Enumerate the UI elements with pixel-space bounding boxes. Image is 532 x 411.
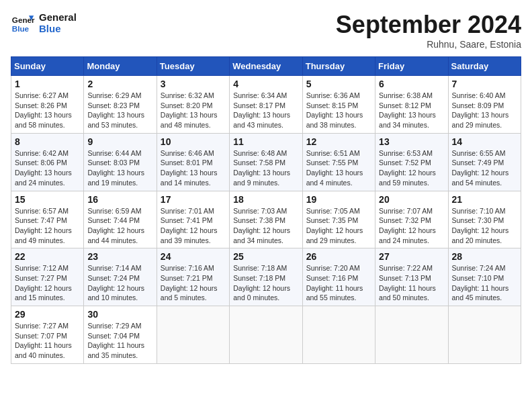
logo-icon: General Blue <box>11 11 35 35</box>
calendar-day-13: 13Sunrise: 6:53 AMSunset: 7:52 PMDayligh… <box>375 133 448 191</box>
calendar-day-2: 2Sunrise: 6:29 AMSunset: 8:23 PMDaylight… <box>84 76 157 134</box>
svg-text:Blue: Blue <box>12 24 30 33</box>
calendar-week-5: 29Sunrise: 7:27 AMSunset: 7:07 PMDayligh… <box>11 306 521 364</box>
calendar-day-17: 17Sunrise: 7:01 AMSunset: 7:41 PMDayligh… <box>157 191 229 248</box>
calendar-week-2: 8Sunrise: 6:42 AMSunset: 8:06 PMDaylight… <box>11 133 521 191</box>
month-title: September 2024 <box>336 11 521 39</box>
calendar-empty <box>157 306 229 364</box>
calendar-week-4: 22Sunrise: 7:12 AMSunset: 7:27 PMDayligh… <box>11 248 521 306</box>
calendar-empty <box>230 306 302 364</box>
header-tuesday: Tuesday <box>157 57 229 76</box>
calendar-day-24: 24Sunrise: 7:16 AMSunset: 7:21 PMDayligh… <box>157 248 229 306</box>
calendar-day-3: 3Sunrise: 6:32 AMSunset: 8:20 PMDaylight… <box>157 76 229 134</box>
calendar-day-19: 19Sunrise: 7:05 AMSunset: 7:35 PMDayligh… <box>302 191 375 248</box>
calendar-day-7: 7Sunrise: 6:40 AMSunset: 8:09 PMDaylight… <box>448 76 521 134</box>
logo-text: GeneralBlue <box>39 11 77 34</box>
calendar-day-25: 25Sunrise: 7:18 AMSunset: 7:18 PMDayligh… <box>230 248 302 306</box>
calendar-header-row: SundayMondayTuesdayWednesdayThursdayFrid… <box>11 57 521 76</box>
calendar-day-9: 9Sunrise: 6:44 AMSunset: 8:03 PMDaylight… <box>84 133 157 191</box>
calendar-week-3: 15Sunrise: 6:57 AMSunset: 7:47 PMDayligh… <box>11 191 521 248</box>
calendar-table: SundayMondayTuesdayWednesdayThursdayFrid… <box>11 56 521 364</box>
logo: General Blue GeneralBlue <box>11 11 77 35</box>
calendar-day-11: 11Sunrise: 6:48 AMSunset: 7:58 PMDayligh… <box>230 133 302 191</box>
calendar-day-29: 29Sunrise: 7:27 AMSunset: 7:07 PMDayligh… <box>11 306 84 364</box>
calendar-day-22: 22Sunrise: 7:12 AMSunset: 7:27 PMDayligh… <box>11 248 84 306</box>
calendar-day-27: 27Sunrise: 7:22 AMSunset: 7:13 PMDayligh… <box>375 248 448 306</box>
header-sunday: Sunday <box>11 57 84 76</box>
calendar-day-16: 16Sunrise: 6:59 AMSunset: 7:44 PMDayligh… <box>84 191 157 248</box>
calendar-day-21: 21Sunrise: 7:10 AMSunset: 7:30 PMDayligh… <box>448 191 521 248</box>
calendar-empty <box>302 306 375 364</box>
calendar-empty <box>375 306 448 364</box>
header-wednesday: Wednesday <box>230 57 302 76</box>
calendar-day-30: 30Sunrise: 7:29 AMSunset: 7:04 PMDayligh… <box>84 306 157 364</box>
calendar-week-1: 1Sunrise: 6:27 AMSunset: 8:26 PMDaylight… <box>11 76 521 134</box>
calendar-day-20: 20Sunrise: 7:07 AMSunset: 7:32 PMDayligh… <box>375 191 448 248</box>
header-monday: Monday <box>84 57 157 76</box>
header-friday: Friday <box>375 57 448 76</box>
calendar-day-14: 14Sunrise: 6:55 AMSunset: 7:49 PMDayligh… <box>448 133 521 191</box>
header-thursday: Thursday <box>302 57 375 76</box>
title-block: September 2024 Ruhnu, Saare, Estonia <box>336 11 521 50</box>
calendar-day-23: 23Sunrise: 7:14 AMSunset: 7:24 PMDayligh… <box>84 248 157 306</box>
calendar-empty <box>448 306 521 364</box>
calendar-day-15: 15Sunrise: 6:57 AMSunset: 7:47 PMDayligh… <box>11 191 84 248</box>
calendar-day-18: 18Sunrise: 7:03 AMSunset: 7:38 PMDayligh… <box>230 191 302 248</box>
header-saturday: Saturday <box>448 57 521 76</box>
calendar-day-28: 28Sunrise: 7:24 AMSunset: 7:10 PMDayligh… <box>448 248 521 306</box>
page-header: General Blue GeneralBlue September 2024 … <box>11 11 521 50</box>
calendar-day-6: 6Sunrise: 6:38 AMSunset: 8:12 PMDaylight… <box>375 76 448 134</box>
calendar-day-5: 5Sunrise: 6:36 AMSunset: 8:15 PMDaylight… <box>302 76 375 134</box>
calendar-day-26: 26Sunrise: 7:20 AMSunset: 7:16 PMDayligh… <box>302 248 375 306</box>
calendar-day-12: 12Sunrise: 6:51 AMSunset: 7:55 PMDayligh… <box>302 133 375 191</box>
calendar-day-1: 1Sunrise: 6:27 AMSunset: 8:26 PMDaylight… <box>11 76 84 134</box>
calendar-day-8: 8Sunrise: 6:42 AMSunset: 8:06 PMDaylight… <box>11 133 84 191</box>
calendar-day-10: 10Sunrise: 6:46 AMSunset: 8:01 PMDayligh… <box>157 133 229 191</box>
calendar-day-4: 4Sunrise: 6:34 AMSunset: 8:17 PMDaylight… <box>230 76 302 134</box>
location: Ruhnu, Saare, Estonia <box>336 39 521 50</box>
